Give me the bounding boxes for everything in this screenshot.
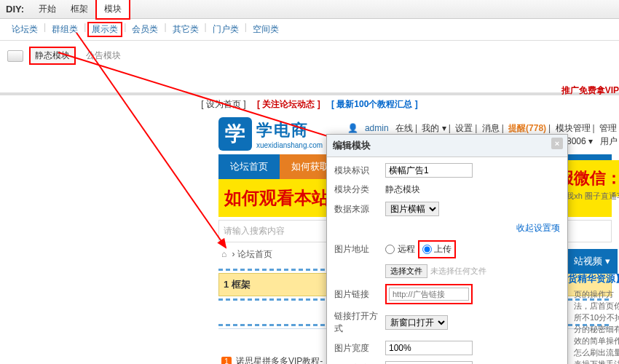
static-module-button[interactable]: 静态模块 [29,47,76,65]
choose-file-button[interactable]: 选择文件 [385,264,427,278]
subcat-other[interactable]: 其它类 [168,22,203,37]
settings-link[interactable]: 设置 [455,123,473,133]
subcat-forum[interactable]: 论坛类 [7,22,42,37]
diy-tab-frame[interactable]: 框架 [63,0,95,18]
data-source-label: 数据来源 [334,203,385,215]
user-bar: 👤 admin 在线| 我的 ▾| 设置| 消息| 提醒(778)| 模块管理|… [345,122,619,135]
module-mgmt-link[interactable]: 模块管理 [556,123,591,133]
target-select[interactable]: 新窗口打开 [385,315,448,330]
width-input[interactable] [385,341,473,355]
subcat-display[interactable]: 展示类 [87,22,122,37]
nav-video[interactable]: 站视频 ▾ [567,249,618,274]
admin-link[interactable]: 管理 [599,123,617,133]
user-icon: 👤 [347,123,358,133]
collapse-settings-link[interactable]: 收起设置项 [516,222,560,234]
diy-label: DIY: [6,4,24,15]
right-text-snippet: 页的操作方法，店首页你所不10分不掉分的秘密细有效的简单操作怎么刷出流量来操万推… [574,288,619,364]
image-link-input[interactable] [389,288,469,301]
module-id-label: 模块标识 [334,165,385,177]
home-icon[interactable]: ⌂ [221,249,226,259]
upload-radio[interactable] [422,245,432,254]
module-cat-value: 静态模块 [385,183,420,196]
reminders-link[interactable]: 提醒(778) [508,123,546,133]
subcat-portal[interactable]: 门户类 [208,22,243,37]
no-file-hint: 未选择任何文件 [430,266,486,277]
subcat-space[interactable]: 空间类 [248,22,283,37]
online-status: 在线 [395,123,413,133]
right-strip: 我xh 圈子直通车 [566,191,619,202]
image-link-label: 图片链接 [334,288,385,301]
width-label: 图片宽度 [334,342,385,355]
username-link[interactable]: admin [365,123,389,133]
announce-module-button[interactable]: 公告模块 [82,48,125,63]
forum-news-link[interactable]: [ 关注论坛动态 ] [257,99,320,109]
image-url-label: 图片地址 [334,243,385,256]
close-icon[interactable]: × [551,138,563,149]
mine-menu[interactable]: 我的 ▾ [422,123,446,133]
target-label: 链接打开方式 [334,310,385,335]
diy-tab-start[interactable]: 开始 [31,0,63,18]
remote-radio[interactable] [385,245,395,254]
latest-tutorials-link[interactable]: [ 最新100个教程汇总 ] [331,99,418,109]
messages-link[interactable]: 消息 [482,123,500,133]
crumb-sep: › [232,249,235,259]
site-domain: xuexidianshang.com [256,141,323,149]
height-input[interactable] [385,361,473,364]
site-logo[interactable]: 学 [218,117,252,151]
edit-module-dialog: 编辑模块 × 模块标识 模块分类 静态模块 数据来源 图片横幅 收起设置项 图片… [326,134,568,364]
module-category-bar: 论坛类| 群组类| 展示类| 会员类| 其它类| 门户类| 空间类 [0,19,619,41]
diy-toolbar: DIY: 开始 框架 模块 [0,0,619,19]
set-homepage-link[interactable]: [ 设为首页 ] [201,99,245,109]
module-buttons-row: 静态模块 公告模块 [0,41,619,71]
data-source-select[interactable]: 图片横幅 [385,202,439,216]
subcat-member[interactable]: 会员类 [127,22,162,37]
nav-forum-home[interactable]: 论坛首页 [218,154,280,179]
site-name: 学电商 [256,119,323,141]
search-placeholder: 请输入搜索内容 [224,226,285,236]
module-id-input[interactable] [385,163,473,178]
module-cat-label: 模块分类 [334,183,385,196]
module-icon [7,50,23,62]
subcat-group[interactable]: 群组类 [47,22,82,37]
diy-tab-module[interactable]: 模块 [95,0,130,20]
crumb-forum[interactable]: 论坛首页 [237,249,272,259]
promo-vip-link[interactable]: 推广免费拿VIP [561,84,619,97]
usercp-link[interactable]: 用户 [600,136,618,146]
top-links: [ 设为首页 ] [ 关注论坛动态 ] [ 最新100个教程汇总 ] [0,95,619,114]
dialog-title: 编辑模块 × [327,135,567,157]
